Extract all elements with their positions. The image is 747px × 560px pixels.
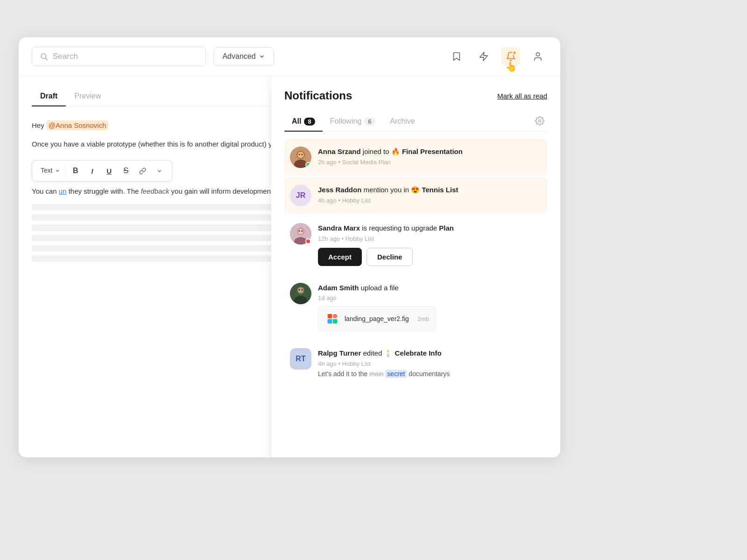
notif-time: 1d ago	[318, 294, 337, 301]
editor-hey-text: Hey	[32, 121, 46, 129]
avatar-status-dot	[305, 238, 311, 244]
user-button[interactable]	[529, 47, 547, 66]
mark-all-read-button[interactable]: Mark all as read	[497, 92, 547, 100]
notifications-panel: Notifications Mark all as read All 8 Fol…	[271, 76, 560, 457]
notif-target: Final Presentation	[402, 147, 463, 155]
notification-meta: 12h ago • Hobby List	[318, 235, 542, 242]
notification-item: JR Jess Raddon mention you in 😍 Tennis L…	[284, 177, 547, 214]
notification-text: Anna Srzand joined to 🔥 Final Presentati…	[318, 147, 542, 157]
bell-button[interactable]: 👆	[501, 47, 520, 66]
strikethrough-button[interactable]: S	[119, 163, 134, 178]
notif-user-name: Ralpg Turner	[318, 349, 361, 357]
notification-body: Sandra Marx is requesting to upgrade Pla…	[318, 223, 542, 266]
svg-point-29	[328, 319, 332, 324]
avatar-image	[290, 283, 311, 304]
decline-button[interactable]: Decline	[366, 248, 413, 266]
avatar	[290, 223, 311, 245]
svg-point-4	[539, 119, 541, 122]
chevron-down-icon	[156, 168, 162, 174]
notif-user-name: Adam Smith	[318, 284, 359, 292]
svg-marker-2	[480, 52, 488, 61]
editor-feedback: feedback	[141, 187, 169, 195]
avatar-status-dot	[305, 162, 311, 168]
notification-text: Ralpg Turner edited 🕯️ Celebrate Info	[318, 348, 542, 359]
svg-rect-25	[328, 314, 332, 319]
underline-button[interactable]: U	[102, 163, 117, 178]
notif-time: 4h ago	[318, 197, 337, 204]
notification-item: RT Ralpg Turner edited 🕯️ Celebrate Info…	[284, 341, 547, 385]
tab-preview[interactable]: Preview	[66, 87, 109, 106]
svg-point-10	[299, 154, 300, 155]
cursor-hand: 👆	[505, 61, 517, 72]
notification-body: Ralpg Turner edited 🕯️ Celebrate Info 4h…	[318, 348, 542, 378]
notification-body: Anna Srzand joined to 🔥 Final Presentati…	[318, 147, 542, 166]
bell-dot	[512, 50, 517, 55]
bookmark-icon	[451, 51, 462, 62]
bookmark-button[interactable]	[447, 47, 466, 66]
notification-body: Jess Raddon mention you in 😍 Tennis List…	[318, 185, 542, 204]
notifications-settings-button[interactable]	[532, 113, 547, 131]
avatar: RT	[290, 348, 311, 370]
file-attachment[interactable]: landing_page_ver2.fig 2mb	[318, 306, 436, 331]
notification-meta: 2h ago • Social Media Plan	[318, 159, 542, 166]
advanced-button[interactable]: Advanced	[213, 47, 274, 66]
italic-button[interactable]: I	[85, 163, 100, 178]
notifications-title: Notifications	[284, 89, 352, 102]
file-size: 2mb	[417, 315, 429, 322]
notif-user-name: Anna Srzand	[318, 147, 361, 155]
notif-context: Hobby List	[345, 235, 374, 242]
search-icon	[40, 52, 48, 61]
svg-line-1	[45, 58, 47, 60]
svg-point-21	[298, 287, 303, 293]
accept-button[interactable]: Accept	[318, 248, 362, 266]
editor-word-un: un	[59, 187, 67, 195]
notif-time: 4h ago	[318, 360, 337, 367]
notif-target: Plan	[439, 224, 454, 232]
bolt-icon	[479, 51, 489, 62]
more-options-button[interactable]	[152, 163, 167, 178]
svg-rect-26	[333, 314, 338, 319]
app-header: Search Advanced	[19, 37, 560, 76]
notification-text: Sandra Marx is requesting to upgrade Pla…	[318, 223, 542, 234]
notif-user-name: Sandra Marx	[318, 224, 360, 232]
notification-item: Anna Srzand joined to 🔥 Final Presentati…	[284, 139, 547, 175]
link-button[interactable]	[135, 163, 150, 178]
search-box[interactable]: Search	[32, 47, 206, 66]
notif-tab-all[interactable]: All 8	[284, 112, 323, 131]
action-buttons: Accept Decline	[318, 248, 542, 266]
mention-highlight: @Anna Sosnovich	[46, 120, 109, 130]
notif-tab-following[interactable]: Following 6	[323, 112, 383, 131]
text-style-dropdown[interactable]: Text	[37, 163, 64, 178]
notif-tab-archive[interactable]: Archive	[383, 112, 423, 131]
chevron-down-icon	[259, 53, 265, 60]
notification-meta: 1d ago	[318, 294, 542, 301]
notif-user-name: Jess Raddon	[318, 186, 361, 194]
notification-body: Adam Smith upload a file 1d ago	[318, 283, 542, 332]
notification-item: Sandra Marx is requesting to upgrade Pla…	[284, 216, 547, 273]
bolt-button[interactable]	[474, 47, 493, 66]
file-name: landing_page_ver2.fig	[345, 315, 409, 322]
bold-button[interactable]: B	[68, 163, 83, 178]
notif-time: 12h ago	[318, 235, 340, 242]
header-icons: 👆	[447, 47, 547, 66]
notification-item: Adam Smith upload a file 1d ago	[284, 275, 547, 339]
svg-point-9	[297, 152, 304, 158]
highlighted-text: secret	[385, 370, 407, 378]
svg-point-3	[536, 53, 539, 56]
notification-meta: 4h ago • Hobby List	[318, 197, 542, 204]
notification-meta: 4h ago • Hobby List	[318, 360, 542, 367]
svg-point-22	[299, 289, 300, 290]
search-placeholder: Search	[53, 52, 78, 61]
user-icon	[533, 51, 543, 62]
notif-target: Tennis List	[422, 186, 458, 194]
notif-target: Celebrate Info	[395, 349, 442, 357]
notifications-header: Notifications Mark all as read	[284, 89, 547, 102]
all-badge: 8	[304, 118, 315, 126]
notif-time: 2h ago	[318, 159, 337, 166]
tab-draft[interactable]: Draft	[32, 87, 66, 106]
avatar	[290, 147, 311, 168]
link-icon	[139, 168, 146, 175]
notif-context: Hobby List	[342, 360, 371, 367]
notification-text: Adam Smith upload a file	[318, 283, 542, 294]
notification-preview: Let's add it to the main secret document…	[318, 370, 542, 378]
